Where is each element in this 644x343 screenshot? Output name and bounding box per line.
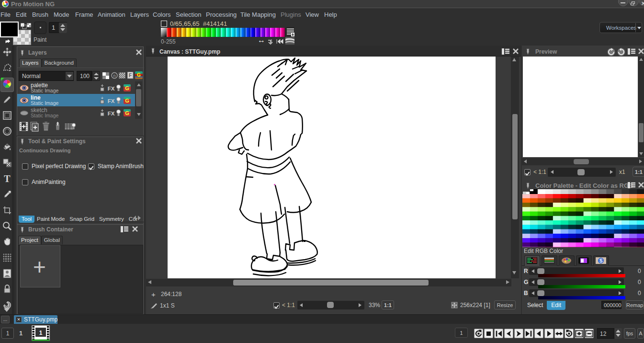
svg-text:G: G [125, 85, 129, 91]
svg-text:G: G [125, 98, 129, 103]
svg-text:1: 1 [39, 330, 43, 336]
svg-text:T: T [4, 173, 11, 184]
svg-text:FX: FX [108, 86, 115, 91]
svg-text:FX: FX [108, 111, 115, 116]
svg-text:G: G [125, 110, 129, 116]
svg-text:n: n [113, 73, 115, 78]
svg-text:FX: FX [108, 98, 115, 104]
svg-text:S: S [599, 258, 603, 263]
svg-text:F: F [129, 73, 132, 78]
